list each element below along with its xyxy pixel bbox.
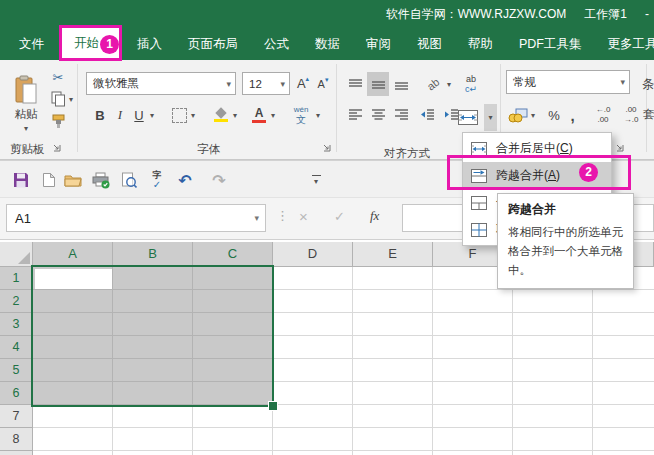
shrink-mark: ▾	[325, 76, 329, 84]
fill-handle[interactable]	[268, 401, 278, 411]
tab-file[interactable]: 文件	[6, 28, 57, 60]
conditional-formatting-fragment[interactable]: 条	[642, 76, 654, 93]
font-color-button[interactable]: A	[248, 102, 270, 128]
tab-insert[interactable]: 插入	[124, 28, 175, 60]
tab-help[interactable]: 帮助	[455, 28, 506, 60]
borders-dropdown-arrow[interactable]: ▾	[191, 111, 195, 120]
number-dialog-launcher-icon[interactable]	[615, 143, 624, 152]
orientation-button[interactable]: ab	[420, 72, 446, 96]
align-middle-button[interactable]	[367, 72, 389, 96]
tab-pdf-tools[interactable]: PDF工具集	[506, 28, 595, 60]
phonetic-dropdown-arrow[interactable]: ▾	[316, 111, 320, 120]
cut-button[interactable]: ✂	[48, 68, 68, 86]
align-top-icon	[348, 78, 363, 91]
row-header-1[interactable]: 1	[0, 267, 33, 290]
italic-button[interactable]: I	[112, 102, 128, 128]
group-separator	[77, 64, 78, 152]
grow-font-icon: A	[297, 76, 306, 91]
spelling-check-button[interactable]: 字 ✓	[144, 168, 170, 192]
row-header-8[interactable]: 8	[0, 428, 33, 451]
tab-home[interactable]: 开始 1	[59, 25, 122, 61]
merge-center-button[interactable]	[453, 104, 483, 131]
format-as-table-fragment[interactable]: 套	[643, 106, 654, 123]
underline-button[interactable]: U	[130, 102, 148, 128]
column-header-A[interactable]: A	[33, 242, 113, 267]
formula-bar-grip-icon[interactable]: ⋮	[276, 208, 289, 223]
tab-view[interactable]: 视图	[404, 28, 455, 60]
bold-button[interactable]: B	[90, 102, 110, 128]
name-box-arrow[interactable]: ▾	[254, 213, 259, 223]
copy-button[interactable]	[48, 90, 68, 108]
open-folder-button[interactable]	[62, 168, 84, 192]
save-button[interactable]	[10, 168, 32, 192]
align-right-button[interactable]	[390, 102, 412, 126]
clipboard-dialog-launcher-icon[interactable]	[52, 143, 61, 152]
column-header-D[interactable]: D	[273, 242, 353, 267]
select-all-corner[interactable]	[0, 242, 33, 267]
enter-entry-icon[interactable]: ✓	[334, 209, 345, 224]
paste-dropdown-arrow[interactable]: ▾	[24, 124, 28, 133]
font-color-dropdown-arrow[interactable]: ▾	[271, 111, 275, 120]
new-document-button[interactable]	[38, 168, 60, 192]
insert-function-icon[interactable]: fx	[370, 208, 379, 224]
undo-icon: ↶	[178, 171, 191, 190]
row-header-9[interactable]: 9	[0, 451, 33, 455]
phonetic-guide-button[interactable]: wén 文	[288, 102, 314, 128]
merge-center-dropdown-arrow[interactable]: ▾	[484, 104, 497, 131]
fill-color-button[interactable]	[210, 102, 232, 128]
grow-font-button[interactable]: A▴	[294, 72, 312, 95]
name-box[interactable]: A1 ▾	[6, 204, 266, 232]
align-center-button[interactable]	[367, 102, 389, 126]
font-dialog-launcher-icon[interactable]	[322, 143, 331, 152]
decrease-decimal-button[interactable]: .00 →.0	[618, 102, 644, 128]
cancel-entry-icon[interactable]: ×	[299, 208, 308, 225]
row-header-2[interactable]: 2	[0, 290, 33, 313]
align-top-button[interactable]	[344, 72, 366, 96]
row-header-3[interactable]: 3	[0, 313, 33, 336]
row-header-6[interactable]: 6	[0, 382, 33, 405]
font-size-combo[interactable]: 12 ▾	[242, 72, 290, 95]
accounting-dropdown-arrow[interactable]: ▾	[531, 111, 535, 120]
font-color-letter: A	[255, 107, 264, 119]
bold-icon: B	[95, 108, 104, 123]
column-header-B[interactable]: B	[113, 242, 193, 267]
shrink-font-button[interactable]: A▾	[314, 72, 332, 95]
row-header-7[interactable]: 7	[0, 405, 33, 428]
align-bottom-button[interactable]	[390, 72, 412, 96]
increase-decimal-button[interactable]: ←.0 .00	[590, 102, 616, 128]
comma-style-button[interactable]: ,	[566, 102, 579, 128]
redo-button[interactable]: ↷	[208, 168, 230, 192]
tab-more-tools[interactable]: 更多工具	[595, 28, 654, 60]
copy-dropdown-arrow[interactable]: ▾	[69, 95, 73, 104]
italic-icon: I	[118, 107, 122, 123]
tab-review[interactable]: 审阅	[353, 28, 404, 60]
number-format-combo[interactable]: 常规 ▾	[506, 70, 630, 94]
accounting-format-button[interactable]	[506, 102, 530, 128]
decrease-indent-button[interactable]	[416, 102, 438, 126]
tab-data[interactable]: 数据	[302, 28, 353, 60]
print-preview-button[interactable]	[118, 168, 140, 192]
customize-qat-button[interactable]: ▾	[308, 168, 324, 192]
font-color-bar	[252, 120, 266, 123]
merge-cells-icon	[471, 196, 487, 210]
wrap-text-button[interactable]: ab c↵	[455, 70, 487, 98]
align-middle-icon	[371, 78, 386, 91]
underline-dropdown-arrow[interactable]: ▾	[150, 111, 154, 120]
fill-color-dropdown-arrow[interactable]: ▾	[233, 111, 237, 120]
quick-print-button[interactable]	[90, 168, 112, 192]
percent-style-button[interactable]: %	[545, 102, 563, 128]
borders-button[interactable]	[168, 102, 190, 128]
tab-formulas[interactable]: 公式	[251, 28, 302, 60]
orientation-dropdown-arrow[interactable]: ▾	[447, 80, 451, 89]
row-header-5[interactable]: 5	[0, 359, 33, 382]
column-header-C[interactable]: C	[193, 242, 273, 267]
font-name-combo[interactable]: 微软雅黑 ▾	[86, 72, 236, 95]
tab-page-layout[interactable]: 页面布局	[175, 28, 251, 60]
printer-icon	[92, 172, 110, 189]
column-header-E[interactable]: E	[353, 242, 433, 267]
undo-button[interactable]: ↶	[174, 168, 196, 192]
format-painter-button[interactable]	[48, 112, 68, 130]
paste-button[interactable]: 粘贴 ▾	[6, 66, 46, 142]
row-header-4[interactable]: 4	[0, 336, 33, 359]
align-left-button[interactable]	[344, 102, 366, 126]
